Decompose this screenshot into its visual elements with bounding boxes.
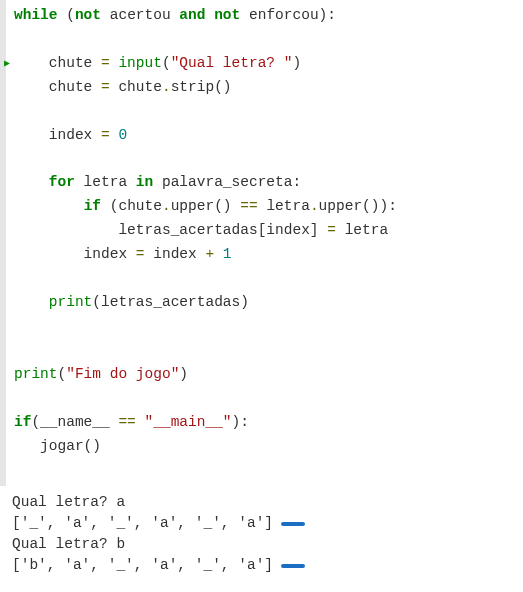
output-line: Qual letra? a (12, 492, 523, 513)
output-line: ['_', 'a', '_', 'a', '_', 'a'] (12, 513, 523, 534)
annotation-bar-icon (281, 522, 305, 526)
code-line: if(__name__ == "__main__"): (14, 411, 523, 435)
code-line: index = index + 1 (14, 243, 523, 267)
code-line: while (not acertou and not enforcou): (14, 4, 523, 28)
code-line: ▶ chute = input("Qual letra? ") (14, 52, 523, 76)
code-line (14, 315, 523, 339)
output-line: Qual letra? b (12, 534, 523, 555)
code-line (14, 28, 523, 52)
code-line (14, 267, 523, 291)
code-line: print("Fim do jogo") (14, 363, 523, 387)
code-line: letras_acertadas[index] = letra (14, 219, 523, 243)
output-line: ['b', 'a', '_', 'a', '_', 'a'] (12, 555, 523, 576)
annotation-bar-icon (281, 564, 305, 568)
code-line (14, 148, 523, 172)
code-line: chute = chute.strip() (14, 76, 523, 100)
code-line: print(letras_acertadas) (14, 291, 523, 315)
code-line: jogar() (14, 435, 523, 459)
code-line: if (chute.upper() == letra.upper()): (14, 195, 523, 219)
code-editor[interactable]: while (not acertou and not enforcou): ▶ … (0, 0, 523, 486)
code-line: index = 0 (14, 124, 523, 148)
code-line (14, 100, 523, 124)
code-line (14, 387, 523, 411)
code-line (14, 339, 523, 363)
current-line-marker-icon: ▶ (4, 52, 10, 76)
code-line: for letra in palavra_secreta: (14, 171, 523, 195)
code-line (14, 459, 523, 483)
output-console: Qual letra? a ['_', 'a', '_', 'a', '_', … (0, 486, 523, 576)
